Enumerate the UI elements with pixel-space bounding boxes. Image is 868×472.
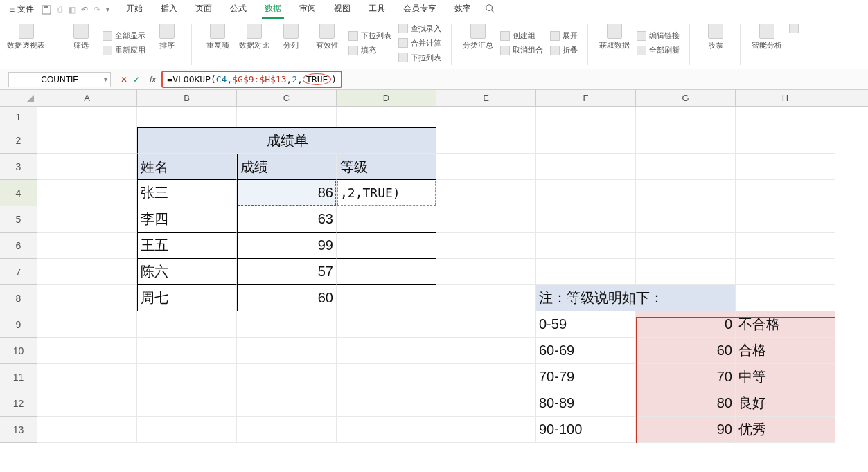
cell-F1[interactable] [536,107,636,127]
cell-B13[interactable] [137,417,237,443]
cell-F4[interactable] [536,180,636,206]
tab-formula[interactable]: 公式 [227,0,249,19]
row-header-9[interactable]: 9 [0,311,37,338]
dropdown-list-button[interactable]: 下拉列表 [348,30,391,41]
cell-B8[interactable]: 周七 [137,285,237,311]
cell-A4[interactable] [37,180,137,206]
cell-B6[interactable]: 王五 [137,233,237,259]
cell-A13[interactable] [37,417,137,443]
row-header-10[interactable]: 10 [0,338,37,364]
tab-start[interactable]: 开始 [123,0,145,19]
cell-H1[interactable] [736,107,835,127]
cell-D9[interactable] [337,311,436,338]
accept-formula-icon[interactable]: ✓ [133,75,140,84]
row-header-5[interactable]: 5 [0,206,37,233]
cell-G1[interactable] [636,107,736,127]
cell-G9[interactable]: 0 [636,311,736,338]
qat-dropdown-icon[interactable]: ▾ [106,6,109,13]
cell-F6[interactable] [536,233,636,259]
lookup-insert-button[interactable]: 查找录入 [398,24,441,34]
col-header-E[interactable]: E [436,90,536,106]
cell-B5[interactable]: 李四 [137,206,237,233]
tab-page[interactable]: 页面 [193,0,215,19]
to-column-button[interactable]: 下拉列表 [398,53,441,63]
cell-F5[interactable] [536,206,636,233]
cell-E10[interactable] [436,338,536,364]
redo-icon[interactable]: ↷ [94,5,100,15]
cell-G3[interactable] [636,154,736,180]
cell-H4[interactable] [736,180,835,206]
cell-C12[interactable] [237,390,337,417]
row-header-4[interactable]: 4 [0,180,37,206]
row-header-13[interactable]: 13 [0,417,37,443]
cell-A7[interactable] [37,259,137,285]
cell-B9[interactable] [137,311,237,338]
cell-G10[interactable]: 60 [636,338,736,364]
tab-view[interactable]: 视图 [331,0,353,19]
cell-H6[interactable] [736,233,835,259]
group-button[interactable]: 创建组 [500,30,543,41]
col-header-G[interactable]: G [636,90,736,106]
row-header-1[interactable]: 1 [0,107,37,127]
cell-B4[interactable]: 张三 [137,180,237,206]
cell-G12[interactable]: 80 [636,390,736,417]
cell-A11[interactable] [37,364,137,390]
duplicates-button[interactable]: 重复项 [203,24,232,51]
cell-C9[interactable] [237,311,337,338]
formula-input[interactable]: =VLOOKUP( C4 , $G$9:$H$13 , 2 , TRUE ) [161,71,342,88]
row-header-12[interactable]: 12 [0,390,37,417]
cell-B7[interactable]: 陈六 [137,259,237,285]
cell-H8[interactable] [736,285,835,311]
tab-member[interactable]: 会员专享 [400,0,439,19]
file-menu[interactable]: ≡ 文件 [6,3,38,15]
undo-icon[interactable]: ↶ [81,5,88,15]
cell-D7[interactable] [337,259,436,285]
cell-C6[interactable]: 99 [237,233,337,259]
cell-A10[interactable] [37,338,137,364]
pivot-table-button[interactable]: 数据透视表 [7,24,45,51]
cell-C10[interactable] [237,338,337,364]
cell-D8[interactable] [337,285,436,311]
cell-A12[interactable] [37,390,137,417]
col-header-F[interactable]: F [536,90,636,106]
row-header-8[interactable]: 8 [0,285,37,311]
cell-G7[interactable] [636,259,736,285]
validity-button[interactable]: 有效性 [312,24,342,51]
collapse-button[interactable]: 折叠 [550,45,578,55]
tab-efficiency[interactable]: 效率 [452,0,474,19]
cell-B10[interactable] [137,338,237,364]
cell-C11[interactable] [237,364,337,390]
row-header-11[interactable]: 11 [0,364,37,390]
tab-tools[interactable]: 工具 [366,0,388,19]
more-button[interactable] [789,24,799,33]
cell-C1[interactable] [237,107,337,127]
cell-D3[interactable]: 等级 [337,154,436,180]
cell-F12[interactable]: 80-89 [536,390,636,417]
save-icon[interactable] [41,4,52,15]
cell-G13[interactable]: 90 [636,417,736,443]
cell-G5[interactable] [636,206,736,233]
col-header-C[interactable]: C [237,90,337,106]
cell-E5[interactable] [436,206,536,233]
name-box[interactable]: COUNTIF ▾ [8,72,111,87]
consolidate-button[interactable]: 合并计算 [398,38,441,48]
cell-E4[interactable] [436,180,536,206]
cell-B1[interactable] [137,107,237,127]
cell-E11[interactable] [436,364,536,390]
row-header-2[interactable]: 2 [0,127,37,154]
reapply-button[interactable]: 重新应用 [103,45,145,55]
fill-button[interactable]: 填充 [348,45,391,55]
cell-F11[interactable]: 70-79 [536,364,636,390]
cell-D12[interactable] [337,390,436,417]
cell-F13[interactable]: 90-100 [536,417,636,443]
cell-D4[interactable]: ,2,TRUE) [337,180,436,206]
cell-G11[interactable]: 70 [636,364,736,390]
tab-data[interactable]: 数据 [262,0,284,19]
col-header-B[interactable]: B [137,90,237,106]
cell-H7[interactable] [736,259,835,285]
cell-A6[interactable] [37,233,137,259]
row-header-7[interactable]: 7 [0,259,37,285]
cell-H11[interactable]: 中等 [736,364,835,390]
row-header-6[interactable]: 6 [0,233,37,259]
cell-C8[interactable]: 60 [237,285,337,311]
